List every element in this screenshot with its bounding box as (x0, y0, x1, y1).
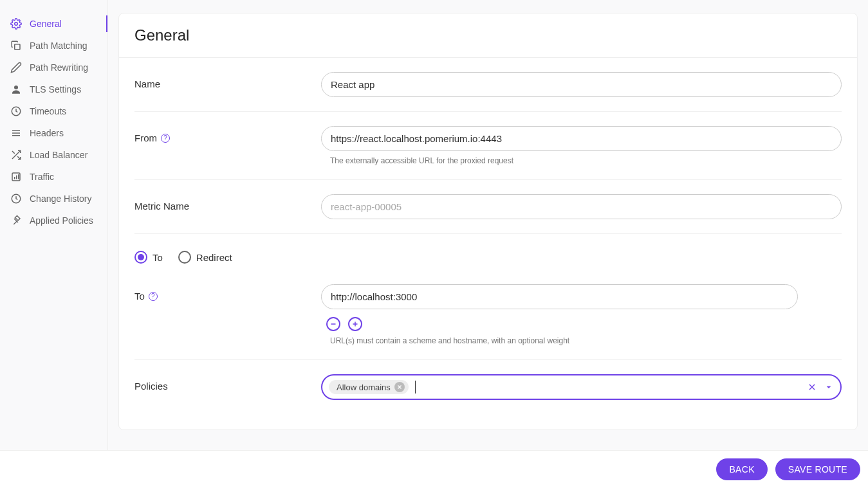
gavel-icon (10, 215, 22, 226)
sidebar-item-label: Applied Policies (30, 215, 93, 226)
metric-name-label: Metric Name (134, 194, 321, 212)
person-icon (10, 84, 22, 95)
form-row-policies: Policies Allow domains (134, 360, 842, 414)
page-title: General (134, 26, 842, 44)
sidebar-item-label: General (30, 19, 62, 29)
sidebar-item-general[interactable]: General (0, 13, 107, 35)
form-row-name: Name (134, 58, 842, 112)
lines-icon (10, 127, 22, 139)
to-input[interactable] (321, 284, 798, 309)
radio-unchecked-icon (178, 251, 191, 264)
form-row-from: From ? The externally accessible URL for… (134, 112, 842, 180)
policies-label: Policies (134, 374, 321, 392)
sidebar-item-change-history[interactable]: Change History (0, 188, 107, 210)
sidebar-item-label: Path Matching (30, 41, 88, 51)
svg-rect-9 (16, 176, 17, 179)
to-help-text: URL(s) must contain a scheme and hostnam… (321, 336, 842, 345)
back-button[interactable]: BACK (716, 458, 767, 480)
metric-name-input[interactable] (321, 194, 842, 219)
sidebar-item-load-balancer[interactable]: Load Balancer (0, 144, 107, 166)
name-label: Name (134, 72, 321, 89)
radio-redirect[interactable]: Redirect (178, 251, 232, 264)
sidebar-item-label: Headers (30, 128, 64, 138)
sidebar-item-timeouts[interactable]: Timeouts (0, 100, 107, 122)
sidebar-item-label: Load Balancer (30, 150, 88, 160)
form-row-to: To ? (134, 270, 842, 360)
from-help-text: The externally accessible URL for the pr… (321, 156, 842, 165)
policies-select[interactable]: Allow domains (321, 374, 842, 400)
clock-icon (10, 105, 22, 117)
add-url-button[interactable] (348, 317, 362, 331)
shuffle-icon (10, 149, 22, 161)
copy-icon (10, 40, 22, 51)
text-cursor (415, 381, 416, 393)
sidebar-item-path-rewriting[interactable]: Path Rewriting (0, 57, 107, 78)
sidebar-item-applied-policies[interactable]: Applied Policies (0, 210, 107, 231)
sidebar-item-label: Change History (30, 194, 92, 204)
help-icon[interactable]: ? (161, 134, 170, 143)
from-label: From (134, 132, 157, 143)
sidebar-item-headers[interactable]: Headers (0, 122, 107, 144)
main-content: General Name From ? The extern (108, 0, 868, 450)
help-icon[interactable]: ? (149, 292, 158, 301)
footer: BACK SAVE ROUTE (0, 450, 868, 488)
name-input[interactable] (321, 72, 842, 97)
sidebar: General Path Matching Path Rewriting TLS… (0, 0, 108, 450)
clear-icon[interactable] (807, 382, 817, 392)
policy-chip: Allow domains (329, 380, 409, 394)
chart-icon (10, 171, 22, 183)
sidebar-item-tls-settings[interactable]: TLS Settings (0, 78, 107, 100)
sidebar-item-path-matching[interactable]: Path Matching (0, 35, 107, 57)
settings-card: General Name From ? The extern (118, 13, 858, 430)
save-route-button[interactable]: SAVE ROUTE (775, 458, 860, 480)
radio-redirect-label: Redirect (196, 252, 232, 263)
sidebar-item-label: Traffic (30, 172, 54, 182)
gear-icon (10, 18, 22, 30)
radio-checked-icon (134, 251, 147, 264)
form-row-metric-name: Metric Name (134, 180, 842, 234)
from-input[interactable] (321, 126, 842, 151)
sidebar-item-label: Timeouts (30, 106, 66, 116)
sidebar-item-label: Path Rewriting (30, 62, 88, 73)
pencil-icon (10, 62, 22, 73)
radio-to[interactable]: To (134, 251, 163, 264)
clock-icon (10, 193, 22, 204)
policy-chip-label: Allow domains (337, 383, 391, 392)
form-row-radio: To Redirect (134, 234, 842, 270)
svg-point-0 (15, 23, 18, 26)
svg-rect-10 (18, 174, 19, 179)
svg-rect-8 (14, 177, 15, 179)
sidebar-item-label: TLS Settings (30, 84, 81, 95)
remove-url-button[interactable] (326, 317, 340, 331)
svg-rect-1 (15, 44, 20, 50)
to-label: To (134, 291, 145, 302)
chip-remove-icon[interactable] (394, 382, 405, 392)
dropdown-icon[interactable] (824, 382, 834, 392)
svg-point-2 (14, 86, 18, 89)
sidebar-item-traffic[interactable]: Traffic (0, 166, 107, 188)
radio-to-label: To (152, 252, 163, 263)
